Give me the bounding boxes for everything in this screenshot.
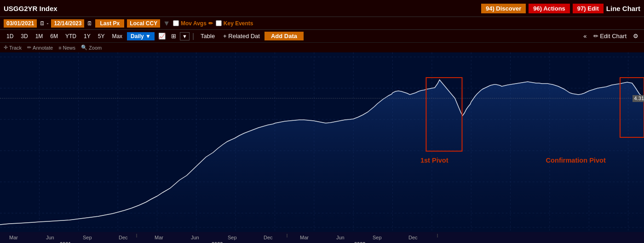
track-icon: ✛	[4, 45, 8, 51]
x-mar-2023: Mar	[300, 235, 309, 240]
x-axis-svg: Mar Jun Sep Dec 2021 Mar Jun Sep Dec 202…	[0, 234, 644, 243]
x-year-2022: 2022	[212, 241, 223, 243]
track-button[interactable]: ✛ Track	[4, 45, 22, 51]
period-max[interactable]: Max	[109, 32, 125, 40]
key-events-checkbox[interactable]	[216, 20, 222, 26]
x-dec-2023: Dec	[408, 235, 418, 240]
x-jun-2021: Jun	[46, 235, 54, 240]
x-year-2021: 2021	[60, 241, 71, 243]
news-label: News	[63, 45, 76, 51]
chevrons-button[interactable]: «	[581, 32, 588, 40]
period-1m[interactable]: 1M	[33, 32, 46, 40]
period-1d[interactable]: 1D	[4, 32, 16, 40]
zoom-icon: 🔍	[81, 45, 87, 51]
top-bar: USGG2YR Index 94) Discover 96) Actions 9…	[0, 0, 644, 17]
x-sep-2022: Sep	[228, 235, 237, 240]
chart-area[interactable]: 1st Pivot Confirmation Pivot 5.0000 5.00…	[0, 52, 644, 232]
chart-type-label: Line Chart	[606, 5, 640, 12]
edit-button[interactable]: 97) Edit	[573, 4, 604, 13]
third-bar: 1D 3D 1M 6M YTD 1Y 5Y Max Daily ▼ 📈 ⊞ ▼ …	[0, 29, 644, 42]
bar-chart-icon-button[interactable]: ⊞	[169, 32, 178, 40]
x-dec-2021: Dec	[119, 235, 128, 240]
ticker-label: USGG2YR Index	[4, 5, 478, 12]
first-pivot-label: 1st Pivot	[420, 157, 448, 164]
period-6m[interactable]: 6M	[47, 32, 61, 40]
fourth-bar: ✛ Track ✏ Annotate ≡ News 🔍 Zoom	[0, 42, 644, 52]
daily-button[interactable]: Daily ▼	[127, 32, 155, 40]
date-to-icon: 🗓	[87, 20, 92, 27]
bottom-axis: Mar Jun Sep Dec 2021 Mar Jun Sep Dec 202…	[0, 232, 644, 243]
x-jun-2022: Jun	[191, 235, 199, 240]
x-year-2023: 2023	[354, 241, 365, 243]
key-events-label: Key Events	[224, 20, 253, 27]
x-mar-2022: Mar	[155, 235, 163, 240]
date-to-input[interactable]: 12/14/2023	[51, 19, 84, 28]
mov-avgs-edit-icon: ✏	[208, 20, 213, 27]
discover-button[interactable]: 94) Discover	[481, 4, 526, 13]
period-5y[interactable]: 5Y	[95, 32, 108, 40]
add-data-button[interactable]: Add Data	[264, 32, 304, 40]
edit-chart-button[interactable]: ✏ Edit Chart	[591, 32, 629, 40]
current-value-text: 4.3109	[634, 96, 644, 101]
line-chart-icon-button[interactable]: 📈	[156, 32, 167, 40]
news-button[interactable]: ≡ News	[58, 45, 75, 51]
x-jun-2023: Jun	[336, 235, 345, 240]
ccy-dropdown-icon: ▼	[163, 19, 170, 28]
chart-type-dropdown[interactable]: ▼	[180, 32, 190, 40]
mov-avgs-label: Mov Avgs	[181, 20, 207, 27]
chart-svg: 1st Pivot Confirmation Pivot 5.0000 5.00…	[0, 52, 644, 232]
zoom-button[interactable]: 🔍 Zoom	[81, 45, 102, 51]
second-bar: 03/01/2021 🗓 - 12/14/2023 🗓 Last Px Loca…	[0, 17, 644, 29]
x-sep-2021: Sep	[83, 235, 92, 240]
track-label: Track	[9, 45, 22, 51]
period-ytd[interactable]: YTD	[63, 32, 79, 40]
confirmation-pivot-label: Confirmation Pivot	[546, 157, 606, 164]
date-from-input[interactable]: 03/01/2021	[4, 19, 37, 28]
period-3d[interactable]: 3D	[18, 32, 30, 40]
related-data-button[interactable]: + Related Dat	[220, 32, 263, 40]
zoom-label: Zoom	[89, 45, 102, 51]
annotate-button[interactable]: ✏ Annotate	[27, 45, 53, 51]
separator-1: |	[191, 32, 195, 40]
x-mar-2021: Mar	[9, 235, 18, 240]
gear-button[interactable]: ⚙	[631, 32, 640, 40]
date-separator: 🗓 -	[40, 20, 48, 27]
ccy-select[interactable]: Local CCY	[127, 19, 160, 28]
last-px-button[interactable]: Last Px	[95, 19, 124, 28]
annotate-icon: ✏	[27, 45, 31, 51]
period-1y[interactable]: 1Y	[81, 32, 93, 40]
x-dec-2022: Dec	[264, 235, 273, 240]
mov-avgs-checkbox[interactable]	[173, 20, 179, 26]
annotate-label: Annotate	[33, 45, 53, 51]
key-events-checkbox-group[interactable]: Key Events	[216, 20, 253, 27]
actions-button[interactable]: 96) Actions	[529, 4, 570, 13]
table-button[interactable]: Table	[197, 32, 218, 40]
mov-avgs-checkbox-group[interactable]: Mov Avgs ✏	[173, 20, 213, 27]
news-icon: ≡	[58, 45, 61, 51]
x-sep-2023: Sep	[373, 235, 382, 240]
